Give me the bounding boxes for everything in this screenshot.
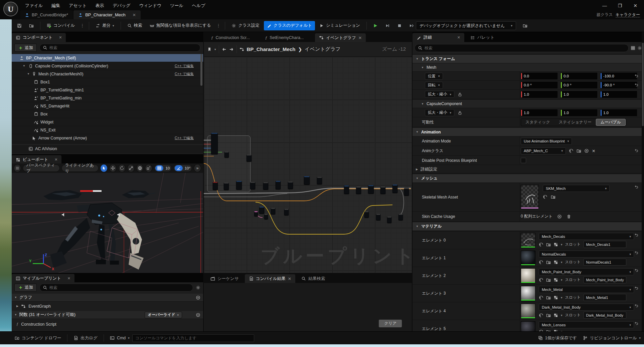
- revert-icon[interactable]: [634, 304, 639, 308]
- checker-icon[interactable]: [553, 260, 558, 265]
- rotation-axis-dropdown[interactable]: 回転▾: [425, 82, 443, 89]
- stop-button[interactable]: [394, 21, 405, 30]
- browse-icon[interactable]: [546, 313, 551, 318]
- override-dropdown[interactable]: オーバーライド▾: [145, 312, 182, 318]
- checker-icon[interactable]: [553, 295, 558, 300]
- component-tree-item[interactable]: Box: [12, 110, 203, 118]
- skeletal-mesh-dropdown[interactable]: SKM_Mech▾: [543, 185, 610, 192]
- slot-name-field[interactable]: NormalDecals1: [584, 259, 626, 266]
- diff-button[interactable]: 差分▾: [93, 21, 117, 30]
- menu-item-6[interactable]: ツール: [166, 3, 188, 9]
- revision-control-button[interactable]: リビジョンコントロール▾: [583, 335, 641, 341]
- debug-browse-button[interactable]: [520, 21, 530, 30]
- rotation-snap-toggle[interactable]: 10°: [173, 164, 192, 172]
- location-axis-dropdown[interactable]: 位置▾: [425, 73, 443, 80]
- compile-options-button[interactable]: ⋮: [79, 23, 86, 28]
- blueprint-node[interactable]: [259, 207, 264, 214]
- close-icon[interactable]: ✕: [358, 35, 362, 40]
- checker-icon[interactable]: [553, 278, 558, 282]
- add-graph-icon[interactable]: [196, 295, 200, 300]
- hide-unrelated-options-button[interactable]: ⋮: [215, 23, 221, 28]
- world-space-button[interactable]: [136, 164, 144, 172]
- browse-icon[interactable]: [546, 278, 551, 282]
- anim-class-dropdown[interactable]: ABP_Mech_C▾: [521, 147, 566, 154]
- perspective-dropdown[interactable]: パースペクティブ: [23, 164, 60, 172]
- components-search[interactable]: [39, 44, 200, 52]
- play-button[interactable]: [370, 21, 381, 30]
- axis-value-field[interactable]: 0.0 °: [560, 82, 597, 88]
- back-icon[interactable]: [222, 47, 226, 52]
- blueprint-node[interactable]: [250, 182, 255, 189]
- move-tool-button[interactable]: [109, 164, 117, 172]
- browse-icon[interactable]: [546, 295, 551, 300]
- use-selected-icon[interactable]: [539, 242, 543, 247]
- mobility-option-0[interactable]: スタティック: [521, 119, 554, 126]
- graph-tab-1[interactable]: ƒSetEnemyChara...: [261, 33, 308, 42]
- material-thumbnail[interactable]: [521, 268, 535, 283]
- revert-icon[interactable]: [634, 185, 639, 190]
- blueprint-node[interactable]: [364, 211, 369, 218]
- graph-canvas[interactable]: ブループリント: [204, 57, 412, 273]
- blueprint-node[interactable]: [284, 209, 289, 215]
- blueprint-node[interactable]: [263, 182, 268, 190]
- blueprint-node[interactable]: [264, 214, 268, 219]
- viewport-menu-button[interactable]: [14, 164, 21, 172]
- close-button[interactable]: ✕: [629, 1, 642, 10]
- tab-my-blueprint[interactable]: マイブループリント✕: [12, 274, 74, 283]
- debug-object-dropdown[interactable]: デバッグオブジェクトが選択されていません▾: [416, 21, 516, 30]
- viewport-3d-scene[interactable]: Z Y X: [12, 173, 203, 273]
- browse-icon[interactable]: [546, 260, 551, 265]
- surface-snap-button[interactable]: [145, 164, 152, 172]
- blueprint-node[interactable]: [213, 182, 218, 190]
- my-blueprint-search[interactable]: [39, 284, 193, 292]
- slot-name-field[interactable]: Mech_Metal1: [584, 294, 626, 301]
- use-selected-icon[interactable]: [543, 195, 547, 199]
- component-tree-item[interactable]: BP_TurretGatling_min1: [12, 86, 203, 94]
- material-dropdown[interactable]: Mech_Decals▾: [539, 233, 634, 240]
- expander-icon[interactable]: ▼: [27, 72, 30, 75]
- material-dropdown[interactable]: Mech_Metal▾: [539, 286, 634, 293]
- cmd-dropdown[interactable]: Cmd▾: [110, 336, 130, 340]
- select-tool-button[interactable]: [100, 164, 108, 172]
- blueprint-node[interactable]: [211, 133, 218, 154]
- menu-item-1[interactable]: 編集: [47, 3, 64, 9]
- mobility-option-1[interactable]: ステイショナリー: [554, 119, 596, 126]
- breadcrumb-root[interactable]: BP_Character_Mech: [247, 46, 296, 52]
- clear-icon[interactable]: ✕: [592, 148, 595, 153]
- blueprint-node[interactable]: [247, 154, 252, 161]
- add-element-icon[interactable]: [557, 214, 562, 219]
- details-scrollbar[interactable]: [642, 32, 644, 331]
- axis-value-field[interactable]: 1.0: [521, 109, 557, 116]
- close-icon[interactable]: ✕: [457, 35, 460, 40]
- menu-item-7[interactable]: ヘルプ: [188, 3, 210, 9]
- revert-icon[interactable]: [634, 148, 639, 153]
- material-thumbnail[interactable]: [521, 286, 535, 301]
- menu-item-2[interactable]: アセット: [64, 3, 91, 9]
- axis-value-field[interactable]: 0.0: [521, 73, 557, 79]
- revert-icon[interactable]: [634, 251, 639, 255]
- parent-class-link[interactable]: キャラクター: [616, 12, 640, 17]
- output-log-button[interactable]: 出力ログ: [73, 335, 98, 341]
- use-selected-icon[interactable]: [539, 313, 543, 318]
- component-tree-item[interactable]: ▼Mesh (CharacterMesh0)C++ で編集: [12, 70, 203, 78]
- skeletal-mesh-thumbnail[interactable]: [521, 185, 539, 209]
- axis-value-field[interactable]: 1.0: [600, 91, 637, 98]
- menu-item-5[interactable]: ウィンドウ: [135, 3, 166, 9]
- save-button[interactable]: [14, 21, 25, 30]
- material-dropdown[interactable]: Mech_Lenses▾: [539, 321, 634, 328]
- component-tree-item[interactable]: BP_Character_Mech (Self): [12, 54, 203, 62]
- compile-button[interactable]: コンパイル: [44, 21, 78, 30]
- scale-tool-button[interactable]: [127, 164, 135, 172]
- checker-icon[interactable]: [553, 313, 558, 318]
- add-blueprint-item-button[interactable]: ＋追加: [14, 284, 37, 292]
- component-tree-item[interactable]: NS_DamageHit: [12, 102, 203, 110]
- axis-value-field[interactable]: -100.0: [600, 73, 637, 79]
- slot-name-field[interactable]: Mech_Paint_Inst_Body: [584, 276, 626, 283]
- animation-mode-dropdown[interactable]: Use Animation Blueprint▾: [521, 138, 572, 145]
- mobility-option-2[interactable]: ムーバブル: [596, 119, 626, 126]
- revert-icon[interactable]: [634, 268, 639, 273]
- revert-icon[interactable]: [634, 321, 639, 326]
- lock-icon[interactable]: [458, 92, 462, 97]
- use-selected-icon[interactable]: [539, 295, 543, 300]
- revert-icon[interactable]: [634, 83, 639, 87]
